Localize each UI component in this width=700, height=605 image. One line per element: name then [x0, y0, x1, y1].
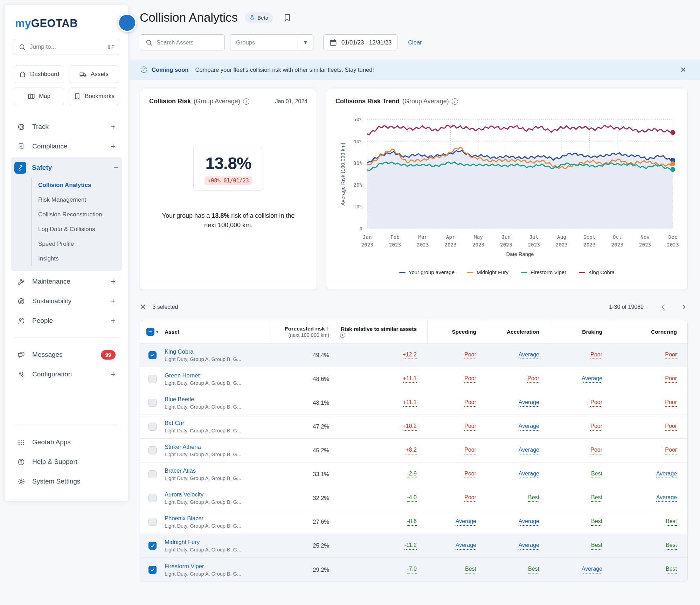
quick-button-map[interactable]: Map — [14, 88, 64, 105]
chevron-down-icon[interactable]: ▾ — [156, 329, 159, 334]
sidebar-item-configuration[interactable]: Configuration+ — [14, 364, 119, 384]
acceleration-value[interactable]: Average — [519, 447, 539, 454]
dropdown-caret-zone[interactable]: ▼ — [298, 35, 313, 50]
braking-value[interactable]: Poor — [590, 423, 602, 431]
sidebar-item-messages[interactable]: Messages99 — [14, 345, 119, 364]
quick-button-dashboard[interactable]: Dashboard — [14, 65, 64, 83]
row-checkbox[interactable] — [148, 423, 157, 431]
cornering-value[interactable]: Poor — [665, 399, 677, 407]
braking-value[interactable]: Best — [591, 471, 602, 478]
cornering-value[interactable]: Best — [666, 542, 677, 550]
sidebar-subitem-collision-analytics[interactable]: Collision Analytics — [38, 178, 119, 193]
asset-link[interactable]: Aurora Velocity — [165, 491, 266, 498]
speeding-value[interactable]: Best — [465, 566, 476, 573]
braking-value[interactable]: Poor — [590, 399, 602, 407]
braking-value[interactable]: Poor — [590, 352, 602, 359]
asset-link[interactable]: Blue Beetle — [165, 396, 266, 403]
acceleration-value[interactable]: Average — [519, 542, 539, 550]
relative-risk-value[interactable]: +11.1 — [403, 375, 417, 383]
sidebar-item-geotab-apps[interactable]: Geotab Apps — [14, 432, 119, 452]
braking-value[interactable]: Best — [591, 518, 602, 526]
asset-link[interactable]: Phoenix Blazer — [165, 515, 266, 522]
braking-value[interactable]: Average — [582, 375, 602, 383]
asset-link[interactable]: Striker Athena — [165, 444, 266, 450]
relative-risk-value[interactable]: -2.9 — [407, 471, 417, 478]
cornering-value[interactable]: Best — [666, 566, 677, 573]
asset-link[interactable]: Firestorm Viper — [165, 563, 266, 570]
sidebar-subitem-log-data-collisions[interactable]: Log Data & Collisions — [38, 222, 119, 237]
relative-risk-value[interactable]: -11.2 — [404, 542, 417, 550]
close-icon[interactable]: × — [680, 65, 689, 75]
sidebar-item-system-settings[interactable]: System Settings — [14, 472, 119, 491]
row-checkbox[interactable] — [148, 375, 157, 383]
clear-selection-icon[interactable]: ✕ — [140, 303, 146, 311]
legend-item-king-cobra[interactable]: King Cobra — [579, 269, 615, 275]
relative-risk-value[interactable]: -4.0 — [407, 494, 417, 502]
date-range-picker[interactable]: 01/01/23 - 12/31/23 — [323, 34, 397, 50]
legend-item-your-group-average[interactable]: Your group average — [399, 269, 455, 275]
cornering-value[interactable]: Poor — [665, 447, 677, 454]
cornering-value[interactable]: Average — [656, 494, 677, 502]
acceleration-value[interactable]: Best — [528, 566, 539, 573]
relative-risk-value[interactable]: +11.1 — [403, 399, 417, 407]
legend-item-midnight-fury[interactable]: Midnight Fury — [467, 269, 508, 275]
speeding-value[interactable]: Poor — [464, 494, 476, 502]
asset-link[interactable]: Bat Car — [165, 420, 266, 426]
acceleration-value[interactable]: Average — [519, 518, 539, 526]
sidebar-subitem-insights[interactable]: Insights — [38, 251, 119, 266]
expand-icon[interactable]: + — [111, 296, 116, 306]
sidebar-item-compliance[interactable]: Compliance+ — [14, 137, 119, 156]
speeding-value[interactable]: Poor — [464, 471, 476, 478]
row-checkbox[interactable] — [148, 494, 157, 502]
expand-icon[interactable]: + — [111, 277, 116, 286]
row-checkbox[interactable] — [148, 542, 157, 550]
expand-icon[interactable]: + — [111, 122, 116, 132]
row-checkbox[interactable] — [148, 518, 157, 526]
prev-page-button[interactable] — [660, 303, 667, 311]
sidebar-item-people[interactable]: People+ — [14, 311, 119, 331]
sidebar-item-maintenance[interactable]: Maintenance+ — [14, 272, 119, 291]
braking-value[interactable]: Best — [591, 542, 602, 550]
row-checkbox[interactable] — [148, 470, 157, 478]
sidebar-item-track[interactable]: Track+ — [14, 117, 119, 137]
speeding-value[interactable]: Poor — [464, 423, 476, 431]
speeding-value[interactable]: Average — [456, 518, 476, 526]
cornering-value[interactable]: Poor — [665, 423, 677, 431]
info-icon[interactable]: i — [340, 333, 345, 338]
asset-link[interactable]: Midnight Fury — [165, 539, 266, 545]
acceleration-value[interactable]: Best — [528, 494, 539, 502]
braking-value[interactable]: Average — [582, 566, 602, 573]
quick-button-bookmarks[interactable]: Bookmarks — [69, 88, 119, 105]
sidebar-subitem-risk-management[interactable]: Risk Management — [38, 193, 119, 207]
sidebar-item-help-support[interactable]: Help & Support — [14, 452, 119, 472]
info-icon[interactable]: i — [452, 98, 458, 105]
quick-button-assets[interactable]: Assets — [69, 65, 119, 83]
column-header-forecasted-risk[interactable]: Forecasted risk ↑(next 100,000 km) — [270, 320, 340, 343]
expand-icon[interactable]: + — [111, 316, 116, 326]
expand-icon[interactable]: + — [111, 369, 116, 379]
acceleration-value[interactable]: Poor — [527, 375, 539, 383]
info-icon[interactable]: i — [243, 98, 249, 105]
relative-risk-value[interactable]: -8.6 — [407, 518, 417, 526]
groups-dropdown[interactable]: Groups ▼ — [230, 34, 313, 50]
select-all-checkbox[interactable] — [146, 328, 154, 336]
relative-risk-value[interactable]: +10.2 — [403, 423, 417, 431]
expand-icon[interactable]: + — [111, 141, 116, 151]
braking-value[interactable]: Best — [591, 494, 602, 502]
asset-link[interactable]: King Cobra — [165, 348, 266, 355]
acceleration-value[interactable]: Average — [519, 423, 539, 431]
search-assets-input[interactable]: Search Assets — [140, 34, 225, 50]
sidebar-item-safety[interactable]: Safety − — [14, 158, 119, 178]
sidebar-subitem-speed-profile[interactable]: Speed Profile — [38, 237, 119, 251]
acceleration-value[interactable]: Average — [519, 471, 539, 478]
next-page-button[interactable] — [680, 303, 688, 311]
sidebar-item-sustainability[interactable]: Sustainability+ — [14, 291, 119, 311]
relative-risk-value[interactable]: -7.0 — [407, 566, 417, 573]
cornering-value[interactable]: Poor — [665, 352, 677, 359]
relative-risk-value[interactable]: +8.2 — [406, 447, 417, 454]
cornering-value[interactable]: Average — [656, 471, 677, 478]
row-checkbox[interactable] — [148, 566, 157, 574]
acceleration-value[interactable]: Average — [519, 399, 539, 407]
bookmark-page-button[interactable] — [283, 13, 292, 22]
speeding-value[interactable]: Poor — [464, 352, 476, 359]
